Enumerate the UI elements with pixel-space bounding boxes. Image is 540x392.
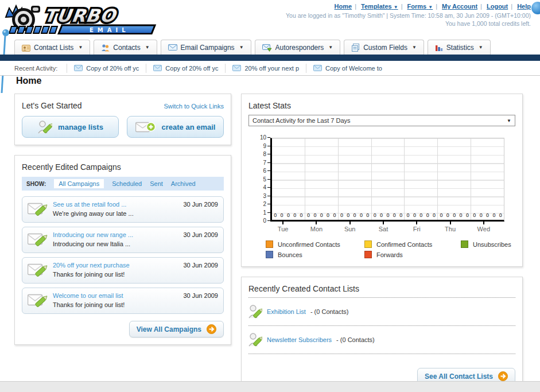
data-value: 0 <box>393 212 396 218</box>
y-axis-tick-label: 1 <box>263 209 270 216</box>
legend-label: Forwards <box>376 251 403 258</box>
campaign-date: 30 Jun 2009 <box>183 231 218 238</box>
login-status-text: You are logged in as "Timothy Smith" | S… <box>286 12 531 19</box>
data-value: 0 <box>313 212 316 218</box>
data-value-labels: 00000 <box>305 212 338 218</box>
legend-swatch <box>266 240 273 248</box>
y-axis-tick-label: 4 <box>263 184 270 191</box>
main-tabs: Contact Lists▼ Contacts▼ Email Campaigns… <box>14 40 491 55</box>
legend-item: Unsubscribes <box>461 240 515 248</box>
recent-activity-label: Recent Activity: <box>14 65 57 72</box>
nav-link-help[interactable]: Help <box>517 3 531 10</box>
x-axis-label: Sat <box>367 226 400 232</box>
show-label: SHOW: <box>26 181 46 187</box>
recent-activity-item[interactable]: Copy of 20% off yc <box>146 64 225 73</box>
recent-activity-item[interactable]: 20% off your next p <box>225 64 306 73</box>
chevron-down-icon: ▼ <box>428 5 433 10</box>
data-value: 0 <box>453 212 456 218</box>
envelope-icon <box>232 65 241 71</box>
campaign-row[interactable]: See us at the retail food ...We're givin… <box>22 196 224 223</box>
data-value: 0 <box>440 212 442 218</box>
tab-contact-lists[interactable]: Contact Lists▼ <box>14 40 90 55</box>
contact-list-row[interactable]: Newsletter Subscribers - (0 Contacts) <box>248 330 515 350</box>
nav-link-logout[interactable]: Logout <box>487 3 508 10</box>
data-value: 0 <box>386 212 389 218</box>
tab-custom-fields[interactable]: Custom Fields▼ <box>344 40 424 55</box>
recent-activity-item[interactable]: Copy of 20% off yc <box>67 64 146 73</box>
data-value: 0 <box>293 212 296 218</box>
chart-day-group: 00000 <box>272 138 305 220</box>
chart-day-group: 00000 <box>405 138 438 220</box>
data-value: 0 <box>473 212 476 218</box>
data-value-labels: 00000 <box>372 212 405 218</box>
campaign-date: 30 Jun 2009 <box>183 262 218 269</box>
person-pencil-icon <box>248 304 262 319</box>
filter-sent[interactable]: Sent <box>150 180 163 187</box>
data-value: 0 <box>499 212 502 218</box>
contact-list-link[interactable]: Newsletter Subscribers <box>267 336 332 343</box>
nav-link-templates[interactable]: Templates ▼ <box>361 3 398 10</box>
campaign-row[interactable]: Welcome to our email listThanks for join… <box>22 288 224 314</box>
data-value-labels: 00000 <box>405 212 437 218</box>
campaign-row[interactable]: Introducing our new range ...Introducing… <box>22 227 224 253</box>
data-value: 0 <box>327 212 329 218</box>
campaign-title-link[interactable]: 20% off your next purchase <box>53 262 178 269</box>
contact-list-link[interactable]: Exhibition List <box>267 308 306 315</box>
manage-lists-button[interactable]: manage lists <box>22 116 119 138</box>
switch-quick-links[interactable]: Switch to Quick Links <box>164 103 224 110</box>
campaign-title-link[interactable]: Introducing our new range ... <box>53 231 178 238</box>
data-value: 0 <box>407 212 410 218</box>
view-all-campaigns-button[interactable]: View All Campaigns <box>129 321 224 337</box>
chart-x-axis: TueMonSunSatFriThuWed <box>266 222 500 232</box>
campaign-title-link[interactable]: See us at the retail food ... <box>53 201 178 208</box>
campaign-subtitle: Introducing our new Italia ... <box>53 240 130 247</box>
x-axis-label: Thu <box>433 226 467 232</box>
filter-scheduled[interactable]: Scheduled <box>112 180 142 187</box>
tab-statistics[interactable]: Statistics▼ <box>428 40 491 55</box>
logo-text-email: EMAIL <box>90 27 130 33</box>
data-value: 0 <box>340 212 343 218</box>
chevron-down-icon: ▼ <box>239 45 244 50</box>
y-axis-tick-label: 8 <box>263 151 270 157</box>
data-value: 0 <box>333 212 336 218</box>
get-started-title: Let's Get Started <box>22 101 82 110</box>
stats-period-select[interactable]: Contact Activity for the Last 7 Days ▼ <box>248 115 515 126</box>
data-value: 0 <box>281 212 283 218</box>
envelope-icon <box>74 65 83 71</box>
nav-link-home[interactable]: Home <box>335 3 352 10</box>
chevron-down-icon: ▼ <box>507 118 511 123</box>
navy-divider-bar <box>0 55 540 61</box>
tab-email-campaigns[interactable]: Email Campaigns▼ <box>161 40 251 55</box>
legend-label: Bounces <box>278 251 302 258</box>
data-value: 0 <box>300 212 303 218</box>
contact-list-row[interactable]: Exhibition List - (0 Contacts) <box>248 302 515 321</box>
dotted-divider <box>248 297 515 298</box>
chart-day-group: 00000 <box>305 138 339 220</box>
nav-link-my-account[interactable]: My Account <box>442 3 477 10</box>
page-footer <box>0 381 540 392</box>
nav-link-forms[interactable]: Forms ▼ <box>407 3 433 10</box>
x-tick-mark <box>349 222 351 224</box>
chevron-down-icon: ▼ <box>328 45 333 50</box>
data-value: 0 <box>353 212 356 218</box>
latest-stats-panel: Latest Stats Contact Activity for the La… <box>241 94 523 267</box>
legend-swatch <box>364 251 372 258</box>
tab-contacts[interactable]: Contacts▼ <box>94 40 157 55</box>
y-axis-tick-label: 2 <box>263 201 270 207</box>
filter-all-campaigns[interactable]: All Campaigns <box>54 179 104 188</box>
envelope-plus-icon <box>135 120 156 134</box>
campaign-row[interactable]: 20% off your next purchaseThanks for joi… <box>22 257 224 284</box>
data-value-labels: 00000 <box>272 212 305 218</box>
data-value: 0 <box>307 212 310 218</box>
dotted-divider <box>248 354 515 354</box>
data-value: 0 <box>466 212 469 218</box>
envelope-pencil-icon <box>28 262 48 278</box>
data-value-labels: 00000 <box>339 212 371 218</box>
tab-autoresponders[interactable]: Autoresponders▼ <box>255 40 341 55</box>
recent-activity-item[interactable]: Copy of Welcome to <box>306 64 389 73</box>
x-tick-mark <box>383 222 384 224</box>
filter-archived[interactable]: Archived <box>171 180 196 187</box>
chevron-down-icon: ▼ <box>78 45 83 50</box>
campaign-title-link[interactable]: Welcome to our email list <box>53 292 178 299</box>
create-email-button[interactable]: create an email <box>127 116 224 138</box>
